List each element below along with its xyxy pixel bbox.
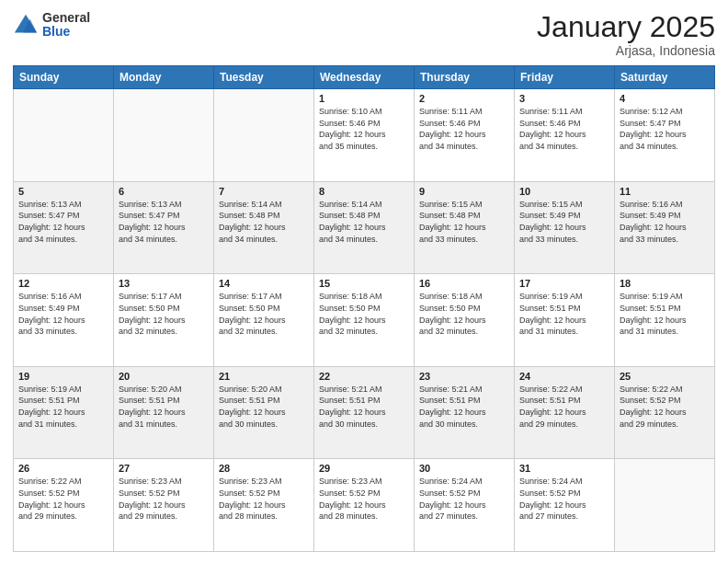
day-info: Sunrise: 5:15 AMSunset: 5:49 PMDaylight:… xyxy=(519,199,609,245)
day-number: 30 xyxy=(419,463,509,474)
page: General Blue January 2025 Arjasa, Indone… xyxy=(0,0,728,563)
day-number: 3 xyxy=(519,93,609,104)
table-row: 18Sunrise: 5:19 AMSunset: 5:51 PMDayligh… xyxy=(615,274,715,367)
table-row: 26Sunrise: 5:22 AMSunset: 5:52 PMDayligh… xyxy=(14,459,114,552)
table-row: 3Sunrise: 5:11 AMSunset: 5:46 PMDaylight… xyxy=(515,89,615,182)
day-number: 17 xyxy=(519,278,609,289)
day-info: Sunrise: 5:17 AMSunset: 5:50 PMDaylight:… xyxy=(219,291,309,337)
table-row: 31Sunrise: 5:24 AMSunset: 5:52 PMDayligh… xyxy=(515,459,615,552)
table-row xyxy=(114,89,214,182)
day-number: 2 xyxy=(419,93,509,104)
calendar-table: Sunday Monday Tuesday Wednesday Thursday… xyxy=(13,65,715,552)
day-number: 28 xyxy=(219,463,309,474)
main-title: January 2025 xyxy=(537,11,715,43)
day-info: Sunrise: 5:20 AMSunset: 5:51 PMDaylight:… xyxy=(119,384,209,430)
day-info: Sunrise: 5:19 AMSunset: 5:51 PMDaylight:… xyxy=(18,384,108,430)
day-info: Sunrise: 5:23 AMSunset: 5:52 PMDaylight:… xyxy=(319,476,409,522)
day-info: Sunrise: 5:13 AMSunset: 5:47 PMDaylight:… xyxy=(18,199,108,245)
day-info: Sunrise: 5:21 AMSunset: 5:51 PMDaylight:… xyxy=(419,384,509,430)
table-row: 12Sunrise: 5:16 AMSunset: 5:49 PMDayligh… xyxy=(14,274,114,367)
table-row: 13Sunrise: 5:17 AMSunset: 5:50 PMDayligh… xyxy=(114,274,214,367)
logo-blue-text: Blue xyxy=(42,25,90,39)
day-info: Sunrise: 5:17 AMSunset: 5:50 PMDaylight:… xyxy=(119,291,209,337)
day-info: Sunrise: 5:22 AMSunset: 5:51 PMDaylight:… xyxy=(519,384,609,430)
table-row: 21Sunrise: 5:20 AMSunset: 5:51 PMDayligh… xyxy=(214,366,314,459)
table-row: 19Sunrise: 5:19 AMSunset: 5:51 PMDayligh… xyxy=(14,366,114,459)
day-info: Sunrise: 5:19 AMSunset: 5:51 PMDaylight:… xyxy=(620,291,710,337)
table-row xyxy=(615,459,715,552)
day-info: Sunrise: 5:11 AMSunset: 5:46 PMDaylight:… xyxy=(519,106,609,152)
day-info: Sunrise: 5:16 AMSunset: 5:49 PMDaylight:… xyxy=(18,291,108,337)
calendar-week-3: 12Sunrise: 5:16 AMSunset: 5:49 PMDayligh… xyxy=(14,274,715,367)
day-number: 25 xyxy=(620,371,710,382)
day-info: Sunrise: 5:20 AMSunset: 5:51 PMDaylight:… xyxy=(219,384,309,430)
calendar-week-5: 26Sunrise: 5:22 AMSunset: 5:52 PMDayligh… xyxy=(14,459,715,552)
subtitle: Arjasa, Indonesia xyxy=(537,43,715,58)
day-info: Sunrise: 5:23 AMSunset: 5:52 PMDaylight:… xyxy=(219,476,309,522)
logo-icon xyxy=(13,12,39,38)
col-friday: Friday xyxy=(515,66,615,89)
col-sunday: Sunday xyxy=(14,66,114,89)
day-number: 9 xyxy=(419,186,509,197)
day-number: 21 xyxy=(219,371,309,382)
day-number: 29 xyxy=(319,463,409,474)
table-row: 11Sunrise: 5:16 AMSunset: 5:49 PMDayligh… xyxy=(615,181,715,274)
table-row: 9Sunrise: 5:15 AMSunset: 5:48 PMDaylight… xyxy=(415,181,515,274)
day-number: 26 xyxy=(18,463,108,474)
day-number: 14 xyxy=(219,278,309,289)
day-info: Sunrise: 5:11 AMSunset: 5:46 PMDaylight:… xyxy=(419,106,509,152)
table-row: 5Sunrise: 5:13 AMSunset: 5:47 PMDaylight… xyxy=(14,181,114,274)
day-info: Sunrise: 5:24 AMSunset: 5:52 PMDaylight:… xyxy=(519,476,609,522)
table-row: 27Sunrise: 5:23 AMSunset: 5:52 PMDayligh… xyxy=(114,459,214,552)
day-info: Sunrise: 5:14 AMSunset: 5:48 PMDaylight:… xyxy=(319,199,409,245)
col-wednesday: Wednesday xyxy=(314,66,415,89)
day-number: 8 xyxy=(319,186,409,197)
day-number: 11 xyxy=(620,186,710,197)
logo-general-text: General xyxy=(42,11,90,25)
day-number: 20 xyxy=(119,371,209,382)
calendar-week-1: 1Sunrise: 5:10 AMSunset: 5:46 PMDaylight… xyxy=(14,89,715,182)
table-row: 15Sunrise: 5:18 AMSunset: 5:50 PMDayligh… xyxy=(314,274,415,367)
day-info: Sunrise: 5:13 AMSunset: 5:47 PMDaylight:… xyxy=(119,199,209,245)
day-info: Sunrise: 5:18 AMSunset: 5:50 PMDaylight:… xyxy=(419,291,509,337)
day-info: Sunrise: 5:12 AMSunset: 5:47 PMDaylight:… xyxy=(620,106,710,152)
table-row: 20Sunrise: 5:20 AMSunset: 5:51 PMDayligh… xyxy=(114,366,214,459)
day-number: 12 xyxy=(18,278,108,289)
calendar-week-4: 19Sunrise: 5:19 AMSunset: 5:51 PMDayligh… xyxy=(14,366,715,459)
title-block: January 2025 Arjasa, Indonesia xyxy=(537,11,715,58)
table-row xyxy=(214,89,314,182)
table-row: 6Sunrise: 5:13 AMSunset: 5:47 PMDaylight… xyxy=(114,181,214,274)
col-saturday: Saturday xyxy=(615,66,715,89)
calendar-week-2: 5Sunrise: 5:13 AMSunset: 5:47 PMDaylight… xyxy=(14,181,715,274)
col-monday: Monday xyxy=(114,66,214,89)
table-row: 1Sunrise: 5:10 AMSunset: 5:46 PMDaylight… xyxy=(314,89,415,182)
day-number: 23 xyxy=(419,371,509,382)
day-number: 15 xyxy=(319,278,409,289)
day-info: Sunrise: 5:18 AMSunset: 5:50 PMDaylight:… xyxy=(319,291,409,337)
table-row: 8Sunrise: 5:14 AMSunset: 5:48 PMDaylight… xyxy=(314,181,415,274)
table-row: 17Sunrise: 5:19 AMSunset: 5:51 PMDayligh… xyxy=(515,274,615,367)
day-info: Sunrise: 5:15 AMSunset: 5:48 PMDaylight:… xyxy=(419,199,509,245)
day-number: 18 xyxy=(620,278,710,289)
day-number: 5 xyxy=(18,186,108,197)
day-number: 4 xyxy=(620,93,710,104)
day-info: Sunrise: 5:19 AMSunset: 5:51 PMDaylight:… xyxy=(519,291,609,337)
day-info: Sunrise: 5:22 AMSunset: 5:52 PMDaylight:… xyxy=(620,384,710,430)
table-row: 30Sunrise: 5:24 AMSunset: 5:52 PMDayligh… xyxy=(415,459,515,552)
day-number: 24 xyxy=(519,371,609,382)
day-info: Sunrise: 5:14 AMSunset: 5:48 PMDaylight:… xyxy=(219,199,309,245)
table-row: 24Sunrise: 5:22 AMSunset: 5:51 PMDayligh… xyxy=(515,366,615,459)
day-info: Sunrise: 5:16 AMSunset: 5:49 PMDaylight:… xyxy=(620,199,710,245)
day-number: 1 xyxy=(319,93,409,104)
table-row: 16Sunrise: 5:18 AMSunset: 5:50 PMDayligh… xyxy=(415,274,515,367)
day-info: Sunrise: 5:24 AMSunset: 5:52 PMDaylight:… xyxy=(419,476,509,522)
day-info: Sunrise: 5:21 AMSunset: 5:51 PMDaylight:… xyxy=(319,384,409,430)
table-row xyxy=(14,89,114,182)
logo: General Blue xyxy=(13,11,90,40)
day-number: 6 xyxy=(119,186,209,197)
header: General Blue January 2025 Arjasa, Indone… xyxy=(13,11,715,58)
table-row: 23Sunrise: 5:21 AMSunset: 5:51 PMDayligh… xyxy=(415,366,515,459)
table-row: 29Sunrise: 5:23 AMSunset: 5:52 PMDayligh… xyxy=(314,459,415,552)
calendar-header-row: Sunday Monday Tuesday Wednesday Thursday… xyxy=(14,66,715,89)
table-row: 14Sunrise: 5:17 AMSunset: 5:50 PMDayligh… xyxy=(214,274,314,367)
